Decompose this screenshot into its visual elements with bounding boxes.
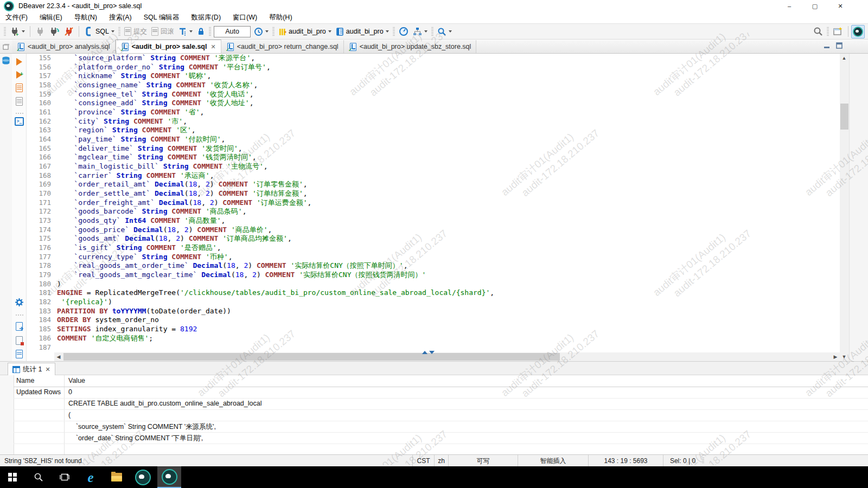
grid-row-2[interactable]: ( [14,409,868,421]
commit-mode-combo[interactable]: Auto [214,26,251,37]
execute-script-button[interactable] [15,83,24,92]
code-line-157[interactable]: 157 `nickname` String COMMENT '昵称', [26,72,840,81]
file-explorer-button[interactable] [104,466,129,488]
dbeaver-perspective-button[interactable] [851,25,865,38]
dbeaver-taskbar-button[interactable] [130,466,155,488]
minimize-button[interactable]: – [777,0,802,12]
code-line-186[interactable]: 186COMMENT '自定义电商销售'; [26,334,840,343]
code-line-160[interactable]: 160 `consignee_add` String COMMENT '收货人地… [26,99,840,108]
code-line-167[interactable]: 167 `main_logistic_bill` String COMMENT … [26,162,840,171]
code-line-162[interactable]: 162 `city` String COMMENT '市', [26,117,840,126]
sql-editor-button[interactable]: SQL [82,25,116,37]
code-line-179[interactable]: 179 `real_goods_amt_mgclear_time` Decima… [26,271,840,280]
code-line-166[interactable]: 166 `mgclear_time` String COMMENT '钱货两清时… [26,153,840,162]
scroll-right-arrow[interactable]: ▶ [831,352,840,361]
status-cell-0[interactable]: CST [412,455,434,467]
new-connection-caret[interactable] [22,30,25,33]
editor-tab-3[interactable]: ✓<audit_bi_pro> update_sbz_store.sql [344,40,477,53]
menu-item-5[interactable]: 数据库(D) [191,13,221,22]
editor-list-icon[interactable] [0,40,12,53]
grid-row-3[interactable]: `source_system` String COMMENT '来源系统', [14,421,868,433]
transaction-log-caret[interactable] [265,30,269,33]
code-line-168[interactable]: 168 `carrier` String COMMENT '承运商', [26,171,840,181]
code-line-175[interactable]: 175 `goods_amt` Decimal(18, 2) COMMENT '… [26,234,840,243]
vertical-scroll-thumb[interactable] [840,104,848,130]
explain-plan-button[interactable] [15,97,24,106]
plan-caret[interactable] [424,30,427,33]
maximize-button[interactable]: ▢ [802,0,827,12]
grid-header-name[interactable]: Name [16,377,34,384]
internet-explorer-button[interactable]: e [78,466,103,488]
taskbar-search-button[interactable] [26,466,51,488]
menu-item-2[interactable]: 导航(N) [74,13,97,22]
code-line-159[interactable]: 159 `consignee_tel` String COMMENT '收货人电… [26,90,840,99]
reconnect-button[interactable] [48,25,61,37]
transaction-mode-button[interactable] [177,26,194,37]
grid-header-value[interactable]: Value [68,377,85,384]
code-line-172[interactable]: 172 `goods_barcode` String COMMENT '商品条码… [26,207,840,216]
menu-item-7[interactable]: 帮助(H) [269,13,292,22]
connect-button[interactable] [34,25,47,37]
code-line-176[interactable]: 176 `is_gift` String COMMENT '是否赠品', [26,243,840,253]
code-line-180[interactable]: 180) [26,280,840,289]
code-line-158[interactable]: 158 `consignee_name` String COMMENT '收货人… [26,81,840,90]
horizontal-scroll-thumb[interactable] [63,353,560,361]
schema-selector[interactable]: audit_bi_pro [334,26,391,37]
statistics-tab-close-icon[interactable]: ✕ [45,366,50,373]
code-line-170[interactable]: 170 `order_settle_amt` Decimal(18, 2) CO… [26,189,840,198]
menu-item-6[interactable]: 窗口(W) [233,13,257,22]
scroll-left-arrow[interactable]: ◀ [54,352,63,361]
status-cell-4[interactable]: 143 : 19 : 5693 [588,455,663,467]
code-line-184[interactable]: 184ORDER BY system_order_no [26,316,840,325]
code-line-173[interactable]: 173 `goods_qty` Int64 COMMENT '商品数量', [26,216,840,226]
status-cell-3[interactable]: 智能插入 [518,455,588,467]
sash-arrows[interactable] [422,351,435,354]
database-navigator-icon[interactable] [1,56,11,66]
code-line-181[interactable]: 181ENGINE = ReplicatedMergeTree('/clickh… [26,288,840,298]
schema-caret[interactable] [386,30,389,33]
code-line-185[interactable]: 185SETTINGS index_granularity = 8192 [26,325,840,334]
status-cell-2[interactable]: 可写 [448,455,518,467]
vertical-scrollbar[interactable]: ▲ ▼ [840,54,849,361]
commit-button[interactable]: 提交 [123,26,149,37]
tab-close-icon[interactable]: ✕ [210,43,215,50]
editor-tab-2[interactable]: ✓<audit_bi_pro> return_change.sql [221,40,344,53]
connection-caret[interactable] [328,30,331,33]
sql-code-area[interactable]: 155 `source_platform` String COMMENT '来源… [26,54,840,352]
editor-tab-0[interactable]: ✓<audit_bi_pro> analysis.sql [12,40,116,53]
code-line-156[interactable]: 156 `platform_order_no` String COMMENT '… [26,63,840,72]
status-cell-5[interactable]: Sel: 0 | 0 [663,455,702,467]
menu-item-4[interactable]: SQL 编辑器 [144,13,180,22]
rollback-button[interactable]: 回滚 [150,26,176,37]
menu-item-1[interactable]: 编辑(E) [40,13,62,22]
status-cell-1[interactable]: zh [434,455,448,467]
code-line-155[interactable]: 155 `source_platform` String COMMENT '来源… [26,54,840,63]
start-button[interactable] [0,466,25,488]
transaction-caret[interactable] [189,30,193,33]
sql-caret[interactable] [111,30,114,33]
disconnect-button[interactable] [62,25,75,37]
search-caret[interactable] [449,30,452,33]
grid-row-4[interactable]: `order_date` String COMMENT '下单日期', [14,432,868,444]
settings-gear-button[interactable] [15,298,24,307]
code-line-182[interactable]: 182 '{replica}') [26,298,840,307]
export-result-button[interactable] [15,322,24,331]
execute-statement-button[interactable] [15,57,24,66]
execute-new-tab-button[interactable]: + [15,70,24,79]
minimize-view-icon[interactable] [824,42,831,49]
code-line-161[interactable]: 161 `province` String COMMENT '省', [26,108,840,117]
lock-button[interactable] [195,26,207,37]
menu-item-0[interactable]: 文件(F) [5,13,28,22]
code-line-163[interactable]: 163 `region` String COMMENT '区', [26,126,840,135]
code-line-174[interactable]: 174 `goods_price` Decimal(18, 2) COMMENT… [26,226,840,235]
transaction-log-button[interactable] [252,26,270,37]
scroll-up-arrow[interactable]: ▲ [840,54,848,62]
code-line-178[interactable]: 178 `real_goods_amt_order_time` Decimal(… [26,261,840,271]
grid-row-1[interactable]: CREATE TABLE audit_bi_pro.custom_online_… [14,398,868,410]
code-line-177[interactable]: 177 `currency_type` String COMMENT '币种', [26,253,840,262]
horizontal-scrollbar[interactable]: ◀ ▶ [54,352,840,361]
statistics-tab[interactable]: 统计 1 ✕ [8,363,55,375]
code-line-169[interactable]: 169 `order_retail_amt` Decimal(18, 2) CO… [26,180,840,189]
execution-plan-button[interactable] [411,26,429,37]
menu-item-3[interactable]: 搜索(A) [109,13,132,22]
